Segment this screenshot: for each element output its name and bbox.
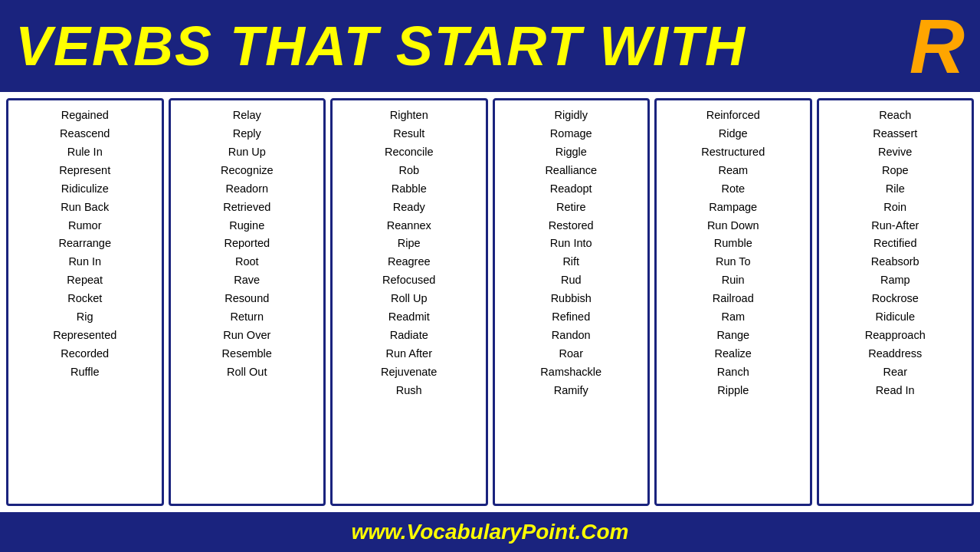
list-item: Ruffle [70,363,100,382]
list-item: Reported [224,235,270,253]
list-item: Reannex [387,217,431,235]
list-item: Ripe [398,235,421,253]
list-item: Ranch [717,363,749,382]
footer-url: www.VocabularyPoint.Com [352,520,629,544]
list-item: Rear [883,363,907,382]
list-item: Rigidly [554,107,588,125]
list-item: Read In [876,382,915,400]
list-item: Reinforced [706,107,760,125]
list-item: Rectified [873,235,916,253]
list-item: Run Up [228,143,266,162]
header: VERBS THAT START WITH R [0,0,980,92]
list-item: Restructured [701,143,765,162]
list-item: Rockrose [872,290,919,308]
list-item: Riggle [556,143,587,162]
list-item: Ram [721,308,745,327]
list-item: Retrieved [223,199,270,217]
list-item: Result [393,125,424,143]
list-item: Rule In [67,143,103,162]
list-item: Rubbish [551,290,592,308]
list-item: Ramshackle [540,363,601,382]
list-item: Ramify [554,382,588,400]
list-item: Run In [68,253,101,271]
list-item: Realize [715,345,752,363]
list-item: Repeat [67,271,103,290]
list-item: Range [716,327,749,345]
list-item: Rob [398,162,419,180]
column-1: RegainedReascendRule InRepresentRidiculi… [6,98,164,506]
list-item: Run To [716,253,751,271]
list-item: Roll Out [227,363,267,382]
list-item: Reassert [873,125,917,143]
list-item: Reabsorb [871,253,919,271]
list-item: Recorded [61,345,109,363]
list-item: Rugine [229,217,264,235]
list-item: Reagree [388,253,431,271]
list-item: Rejuvenate [381,363,437,382]
list-item: Ridiculize [61,180,109,199]
list-item: Randon [552,327,591,345]
page-wrapper: VERBS THAT START WITH R RegainedReascend… [0,0,980,552]
list-item: Rud [561,271,582,290]
list-item: Realliance [545,162,597,180]
list-item: Reascend [60,125,110,143]
content-area: RegainedReascendRule InRepresentRidiculi… [0,92,980,512]
list-item: Reach [879,107,911,125]
list-item: Reply [233,125,261,143]
list-item: Rope [882,162,909,180]
list-item: Rampage [709,199,757,217]
list-item: Readorn [225,180,268,199]
list-item: Rift [562,253,579,271]
list-item: Represent [59,162,110,180]
list-item: Revive [878,143,912,162]
list-item: Rave [234,271,260,290]
list-item: Return [230,308,264,327]
list-item: Rumor [68,217,102,235]
list-item: Roar [559,345,583,363]
list-item: Relay [233,107,261,125]
list-item: Reconcile [385,143,434,162]
list-item: Roll Up [391,290,428,308]
list-item: Righten [390,107,428,125]
column-4: RigidlyRomageRiggleReallianceReadoptReti… [493,98,651,506]
list-item: Restored [549,217,594,235]
list-item: Readmit [388,308,430,327]
header-letter: R [910,8,965,84]
list-item: Ruin [722,271,745,290]
list-item: Rote [721,180,745,199]
list-item: Regained [61,107,109,125]
column-5: ReinforcedRidgeRestructuredReamRoteRampa… [654,98,812,506]
list-item: Rig [77,308,93,327]
list-item: Run Into [550,235,592,253]
list-item: Resound [225,290,269,308]
column-2: RelayReplyRun UpRecognizeReadornRetrieve… [169,98,326,506]
list-item: Resemble [222,345,272,363]
list-item: Ripple [717,382,749,400]
list-item: Recognize [221,162,274,180]
list-item: Roin [883,199,906,217]
list-item: Radiate [390,327,428,345]
list-item: Run Over [223,327,270,345]
list-item: Run After [386,345,432,363]
list-item: Ramp [880,271,910,290]
list-item: Rile [886,180,905,199]
list-item: Ridicule [875,308,915,327]
column-6: ReachReassertReviveRopeRileRoinRun-After… [817,98,975,506]
list-item: Rocket [67,290,102,308]
list-item: Railroad [713,290,754,308]
header-title: VERBS THAT START WITH [15,15,746,77]
list-item: Rearrange [58,235,111,253]
list-item: Rush [396,382,422,400]
footer: www.VocabularyPoint.Com [0,512,980,552]
list-item: Rumble [714,235,752,253]
list-item: Run Back [61,199,109,217]
list-item: Ream [718,162,748,180]
list-item: Represented [53,327,116,345]
list-item: Romage [550,125,592,143]
list-item: Rabble [392,180,427,199]
list-item: Ready [393,199,425,217]
list-item: Retire [556,199,586,217]
list-item: Reapproach [865,327,926,345]
list-item: Refocused [382,271,435,290]
list-item: Ridge [719,125,748,143]
